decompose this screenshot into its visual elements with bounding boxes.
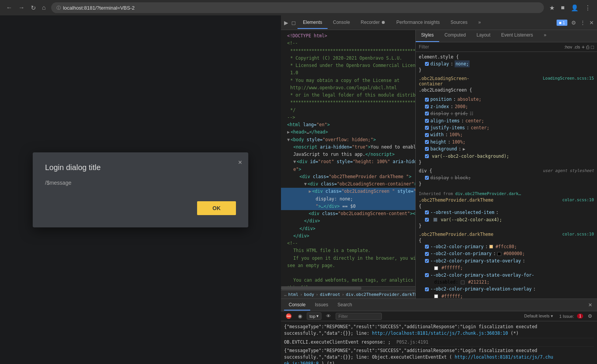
- close-devtools-button[interactable]: ✕: [588, 18, 595, 27]
- tab-sources[interactable]: Sources: [445, 17, 473, 29]
- dom-line[interactable]: ▼<div class="obc2LoadingScreen-container…: [281, 180, 415, 188]
- tab-layout[interactable]: Layout: [471, 30, 496, 42]
- dom-line[interactable]: [281, 269, 415, 277]
- dom-line[interactable]: <!--: [281, 40, 415, 47]
- css-prop-checkbox[interactable]: [425, 105, 429, 109]
- dom-line[interactable]: ****************************************…: [281, 99, 415, 106]
- css-prop-checkbox[interactable]: [425, 98, 429, 102]
- dom-line[interactable]: 1.0: [281, 69, 415, 77]
- dom-line[interactable]: ▶<head>…</head>: [281, 129, 415, 136]
- css-prop-checkbox[interactable]: [425, 119, 429, 123]
- dom-line[interactable]: ▼<div id="root" style="height: 100%" ari…: [281, 158, 415, 165]
- dom-line[interactable]: </div>: [281, 217, 415, 225]
- tab-elements[interactable]: Elements: [298, 17, 328, 29]
- css-prop-checkbox[interactable]: [425, 245, 429, 249]
- top-dropdown[interactable]: top ▾: [307, 312, 321, 320]
- console-link[interactable]: http://localhost:8181/static/js/7.chunk.…: [372, 331, 508, 336]
- dom-line[interactable]: You can add webfonts, meta tags, or anal…: [281, 277, 415, 284]
- dom-line[interactable]: <noscript aria-hidden="true">You need to…: [281, 144, 415, 151]
- css-prop-checkbox[interactable]: [425, 147, 429, 151]
- css-prop-checkbox[interactable]: [425, 210, 429, 214]
- dialog-close-button[interactable]: ×: [238, 159, 242, 167]
- css-prop-checkbox[interactable]: [425, 287, 429, 291]
- breadcrumb-html[interactable]: html: [288, 292, 299, 297]
- tab-console-bottom[interactable]: Console: [284, 300, 310, 311]
- dom-line[interactable]: display: none;: [281, 195, 415, 203]
- css-prop-checkbox[interactable]: [425, 133, 429, 137]
- settings-icon[interactable]: ⚙: [570, 18, 578, 27]
- cls-filter[interactable]: .cls: [574, 45, 580, 49]
- css-prop-checkbox[interactable]: [425, 273, 429, 277]
- dom-line[interactable]: http://www.openbravo.com/legal/obcl.html: [281, 84, 415, 92]
- dom-line[interactable]: If you open it directly in the browser, …: [281, 255, 415, 262]
- inspect-element-icon[interactable]: ▶: [283, 18, 290, 27]
- dom-line[interactable]: e">: [281, 166, 415, 173]
- tab-more-styles[interactable]: »: [538, 30, 552, 42]
- dom-line[interactable]: <div class="obc2LoadingScreen-content"><…: [281, 210, 415, 217]
- css-prop-checkbox[interactable]: [425, 62, 429, 66]
- dom-line[interactable]: <div class="obc2ThemeProvider darkTheme …: [281, 173, 415, 180]
- breadcrumb-div-theme[interactable]: div.obc2ThemeProvider.darkTheme.: [346, 292, 415, 297]
- add-style-rule-icon[interactable]: +: [582, 44, 585, 50]
- color-swatch[interactable]: [497, 252, 501, 256]
- tab-performance-insights[interactable]: Performance insights: [391, 17, 445, 29]
- hov-filter[interactable]: :hov: [564, 45, 572, 49]
- color-swatch[interactable]: [489, 245, 493, 249]
- extension-icon[interactable]: ■: [559, 3, 567, 13]
- dom-line[interactable]: <html lang="en">: [281, 121, 415, 129]
- dom-line[interactable]: * Copyright (C) 2020-2021 Openbravo S.L.…: [281, 55, 415, 62]
- tab-styles[interactable]: Styles: [416, 30, 439, 42]
- copy-styles-icon[interactable]: ⎙: [586, 44, 589, 50]
- dom-line[interactable]: <!--: [281, 240, 415, 247]
- console-eye-icon[interactable]: 👁: [324, 312, 333, 320]
- dom-line[interactable]: </div>: [281, 232, 415, 240]
- reload-button[interactable]: ↻: [28, 3, 38, 13]
- color-swatch[interactable]: [461, 281, 465, 284]
- css-prop-checkbox[interactable]: [425, 218, 429, 222]
- dom-line-selected[interactable]: ▶<div class="obc2LoadingScreen " style=": [281, 188, 415, 195]
- dom-line[interactable]: ****************************************…: [281, 47, 415, 55]
- home-button[interactable]: ⌂: [40, 3, 48, 13]
- console-filter-icon[interactable]: ◉: [296, 312, 304, 320]
- css-prop-checkbox[interactable]: [425, 176, 429, 180]
- tab-computed[interactable]: Computed: [439, 30, 471, 42]
- css-prop-checkbox[interactable]: [425, 140, 429, 144]
- dom-line[interactable]: ">…</div> == $0: [281, 203, 415, 210]
- css-prop-checkbox[interactable]: [425, 259, 429, 263]
- tab-more[interactable]: »: [473, 17, 487, 29]
- dom-content[interactable]: <!DOCTYPE html> <!-- *******************…: [281, 30, 415, 286]
- tab-event-listeners[interactable]: Event Listeners: [496, 30, 538, 42]
- color-swatch[interactable]: [434, 266, 438, 270]
- more-options-icon[interactable]: ⋮: [579, 18, 587, 27]
- back-button[interactable]: ←: [4, 3, 15, 13]
- profile-icon[interactable]: 👤: [569, 3, 581, 13]
- css-file-link[interactable]: color.scss:10: [562, 232, 594, 237]
- dom-line[interactable]: */: [281, 107, 415, 114]
- console-settings-icon[interactable]: ⚙: [586, 312, 594, 320]
- css-prop-checkbox[interactable]: [425, 154, 429, 158]
- clear-console-icon[interactable]: ⛔: [284, 312, 293, 320]
- address-bar[interactable]: ⓘ localhost:8181/?terminal=VBS-2: [51, 2, 544, 13]
- css-prop-checkbox[interactable]: [425, 126, 429, 130]
- css-file-link[interactable]: LoadingScreen.scss:15: [543, 76, 594, 87]
- dom-line[interactable]: * or in the legal folder of this module …: [281, 92, 415, 99]
- tab-search[interactable]: Search: [333, 300, 357, 311]
- breadcrumb-body[interactable]: body: [304, 292, 314, 297]
- close-console-button[interactable]: ✕: [587, 301, 594, 309]
- color-swatch[interactable]: [433, 218, 437, 222]
- dom-line[interactable]: see an empty page.: [281, 262, 415, 269]
- breadcrumb-div-root[interactable]: div#root: [320, 292, 340, 297]
- tab-console[interactable]: Console: [328, 17, 355, 29]
- dom-line[interactable]: * You may obtain a copy of the License a…: [281, 77, 415, 84]
- dom-line[interactable]: <!DOCTYPE html>: [281, 32, 415, 40]
- default-levels-button[interactable]: Default levels ▾: [524, 314, 553, 319]
- dom-line[interactable]: ▼<body style="overflow: hidden;">: [281, 136, 415, 144]
- tab-recorder[interactable]: Recorder ⏺: [355, 17, 391, 29]
- color-swatch[interactable]: [434, 294, 438, 298]
- css-file-link[interactable]: color.scss:10: [562, 197, 594, 203]
- more-icon[interactable]: ⋮: [582, 3, 593, 13]
- expand-triangle[interactable]: ▶: [463, 146, 465, 153]
- dom-horizontal-scrollbar[interactable]: [281, 286, 415, 290]
- forward-button[interactable]: →: [16, 3, 27, 13]
- dialog-ok-button[interactable]: OK: [197, 201, 236, 215]
